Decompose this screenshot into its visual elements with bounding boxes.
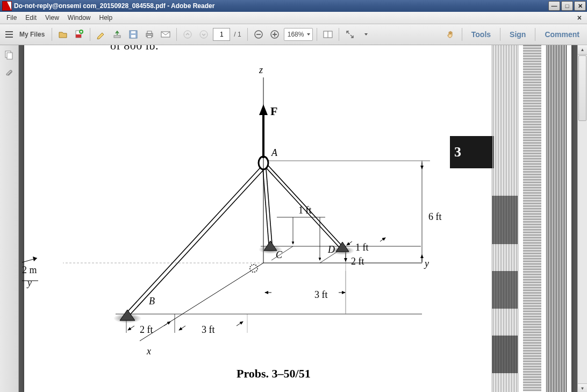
document-area: of 800 lb. 3	[0, 45, 587, 392]
pencil-icon	[96, 30, 106, 39]
arrow-up-icon	[183, 30, 192, 39]
svg-point-36	[250, 265, 257, 272]
svg-marker-32	[259, 104, 268, 115]
page-viewport[interactable]: of 800 lb. 3	[19, 45, 577, 392]
page-total-label: / 1	[232, 31, 243, 38]
open-icon	[58, 30, 68, 39]
scan-noise	[492, 45, 571, 392]
point-d-label: D	[327, 244, 335, 255]
svg-rect-1	[76, 34, 81, 38]
axis-y-label: y	[424, 258, 429, 269]
svg-line-68	[268, 166, 342, 246]
comment-panel-button[interactable]: Comment	[539, 30, 585, 39]
navigation-pane	[0, 45, 19, 392]
minus-circle-icon	[254, 30, 263, 39]
save-button[interactable]	[126, 27, 140, 41]
figure-caption: Probs. 3–50/51	[237, 367, 311, 381]
menu-file[interactable]: File	[2, 13, 21, 23]
force-label: F	[270, 104, 277, 118]
svg-rect-9	[147, 35, 152, 38]
scroll-down-button[interactable]: ▼	[577, 383, 587, 392]
dim-2ft-a: 2 ft	[351, 256, 364, 267]
zoom-value: 168%	[288, 31, 304, 38]
zoom-out-button[interactable]	[252, 27, 266, 41]
hamburger-icon	[5, 31, 13, 38]
scroll-thumb[interactable]	[578, 55, 586, 121]
title-bar: Do-not-reply@onsemi com_20150928_084558.…	[0, 0, 587, 12]
svg-rect-27	[492, 271, 518, 309]
clipped-dim-2m: 2 m	[22, 265, 37, 276]
more-tools-button[interactable]	[359, 27, 373, 41]
svg-point-12	[200, 31, 207, 38]
sidebar-toggle-button[interactable]	[2, 27, 16, 41]
separator	[339, 28, 339, 41]
maximize-button[interactable]: □	[561, 1, 573, 11]
svg-rect-8	[147, 31, 152, 33]
axis-z-label: z	[259, 65, 263, 75]
clipped-heading: of 800 lb.	[110, 45, 159, 53]
email-button[interactable]	[159, 27, 173, 41]
pdf-page: of 800 lb. 3	[24, 45, 571, 392]
menu-view[interactable]: View	[41, 13, 63, 23]
minimize-button[interactable]: —	[548, 1, 560, 11]
menu-window[interactable]: Window	[63, 13, 95, 23]
svg-rect-25	[546, 45, 567, 392]
separator	[176, 28, 177, 41]
svg-rect-24	[523, 45, 541, 392]
svg-point-11	[184, 31, 191, 38]
close-window-button[interactable]: ✕	[574, 1, 586, 11]
plus-circle-icon	[270, 30, 280, 39]
dim-6ft: 6 ft	[428, 211, 442, 222]
open-button[interactable]	[56, 27, 70, 41]
svg-line-56	[128, 326, 134, 330]
edit-button[interactable]	[94, 27, 108, 41]
toolbar: My Files / 1 168%	[0, 24, 587, 45]
svg-rect-23	[492, 45, 519, 392]
read-mode-button[interactable]	[321, 27, 335, 41]
read-mode-icon	[323, 30, 333, 39]
chevron-down-icon	[364, 33, 368, 35]
svg-line-63	[126, 167, 261, 313]
print-button[interactable]	[142, 27, 156, 41]
zoom-in-button[interactable]	[268, 27, 282, 41]
dim-2ft-b: 2 ft	[140, 324, 153, 335]
attachments-button[interactable]	[4, 68, 15, 79]
dim-3ft-b: 3 ft	[202, 324, 215, 335]
sign-panel-button[interactable]: Sign	[504, 30, 531, 39]
svg-line-58	[179, 326, 185, 330]
page-down-button[interactable]	[197, 27, 211, 41]
floppy-icon	[128, 30, 138, 39]
adobe-reader-icon	[2, 1, 12, 11]
create-pdf-button[interactable]	[72, 27, 86, 41]
hand-tool-button[interactable]	[444, 27, 458, 41]
close-document-button[interactable]: ×	[574, 13, 585, 22]
tools-panel-button[interactable]: Tools	[466, 30, 496, 39]
svg-rect-26	[492, 196, 518, 244]
export-button[interactable]	[110, 27, 124, 41]
paperclip-icon	[4, 68, 14, 78]
svg-rect-28	[492, 336, 518, 373]
chevron-down-icon	[307, 33, 310, 35]
separator	[90, 28, 90, 41]
menu-edit[interactable]: Edit	[21, 13, 41, 23]
zoom-dropdown[interactable]: 168%	[284, 28, 313, 41]
menu-bar: File Edit View Window Help ×	[0, 12, 587, 24]
scroll-track[interactable]	[578, 54, 587, 384]
svg-line-67	[266, 168, 340, 248]
svg-rect-29	[546, 45, 567, 392]
export-icon	[112, 30, 122, 39]
page-number-input[interactable]	[213, 28, 230, 41]
envelope-icon	[160, 30, 171, 39]
svg-line-64	[130, 169, 264, 315]
vertical-scrollbar[interactable]: ▲ ▼	[577, 45, 587, 392]
menu-help[interactable]: Help	[95, 13, 117, 23]
window-title: Do-not-reply@onsemi com_20150928_084558.…	[14, 2, 548, 10]
printer-icon	[145, 30, 154, 39]
page-up-button[interactable]	[181, 27, 195, 41]
expand-icon	[345, 30, 355, 39]
thumbnails-button[interactable]	[4, 49, 15, 60]
my-files-button[interactable]: My Files	[18, 31, 48, 38]
separator	[462, 28, 462, 41]
fullscreen-button[interactable]	[343, 27, 357, 41]
scroll-up-button[interactable]: ▲	[577, 45, 587, 55]
